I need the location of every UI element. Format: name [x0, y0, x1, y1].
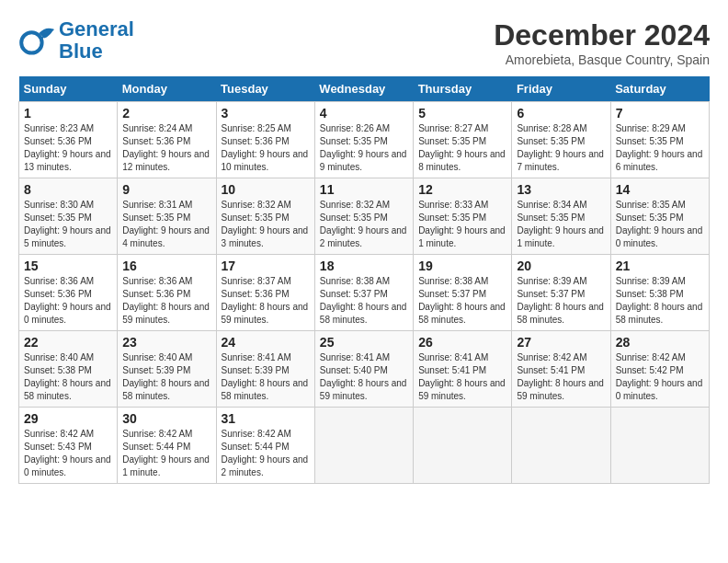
- calendar-cell: 25Sunrise: 8:41 AM Sunset: 5:40 PM Dayli…: [314, 331, 413, 408]
- day-number: 7: [616, 106, 704, 121]
- day-info: Sunrise: 8:40 AM Sunset: 5:39 PM Dayligh…: [122, 351, 210, 403]
- calendar-cell: 8Sunrise: 8:30 AM Sunset: 5:35 PM Daylig…: [19, 178, 118, 255]
- day-number: 16: [122, 259, 210, 273]
- day-number: 2: [122, 106, 210, 121]
- day-info: Sunrise: 8:41 AM Sunset: 5:40 PM Dayligh…: [320, 351, 408, 403]
- day-number: 17: [222, 259, 310, 273]
- calendar-cell: [414, 408, 512, 484]
- day-number: 23: [122, 335, 210, 350]
- calendar-cell: 15Sunrise: 8:36 AM Sunset: 5:36 PM Dayli…: [19, 255, 118, 331]
- page-header: General Blue December 2024 Amorebieta, B…: [18, 18, 710, 67]
- day-number: 10: [222, 182, 310, 197]
- calendar-cell: 7Sunrise: 8:29 AM Sunset: 5:35 PM Daylig…: [610, 102, 709, 178]
- calendar-cell: 11Sunrise: 8:32 AM Sunset: 5:35 PM Dayli…: [314, 178, 413, 255]
- day-number: 4: [320, 106, 408, 121]
- calendar-week-row: 15Sunrise: 8:36 AM Sunset: 5:36 PM Dayli…: [19, 255, 710, 331]
- calendar-cell: 20Sunrise: 8:39 AM Sunset: 5:37 PM Dayli…: [512, 255, 610, 331]
- day-number: 30: [122, 411, 210, 426]
- day-info: Sunrise: 8:40 AM Sunset: 5:38 PM Dayligh…: [24, 351, 112, 403]
- calendar-cell: [314, 408, 413, 484]
- day-header-wednesday: Wednesday: [314, 76, 413, 102]
- calendar-cell: 12Sunrise: 8:33 AM Sunset: 5:35 PM Dayli…: [414, 178, 512, 255]
- calendar-cell: 6Sunrise: 8:28 AM Sunset: 5:35 PM Daylig…: [512, 102, 610, 178]
- day-info: Sunrise: 8:41 AM Sunset: 5:39 PM Dayligh…: [222, 351, 310, 403]
- calendar-cell: 28Sunrise: 8:42 AM Sunset: 5:42 PM Dayli…: [610, 331, 709, 408]
- calendar-cell: 4Sunrise: 8:26 AM Sunset: 5:35 PM Daylig…: [314, 102, 413, 178]
- calendar-cell: 9Sunrise: 8:31 AM Sunset: 5:35 PM Daylig…: [118, 178, 216, 255]
- calendar-week-row: 1Sunrise: 8:23 AM Sunset: 5:36 PM Daylig…: [19, 102, 710, 178]
- calendar-cell: 10Sunrise: 8:32 AM Sunset: 5:35 PM Dayli…: [216, 178, 314, 255]
- logo: General Blue: [18, 18, 134, 63]
- calendar-cell: 29Sunrise: 8:42 AM Sunset: 5:43 PM Dayli…: [19, 408, 118, 484]
- day-number: 1: [24, 106, 112, 121]
- day-number: 26: [418, 335, 506, 350]
- day-number: 9: [122, 182, 210, 197]
- day-number: 13: [517, 182, 605, 197]
- day-number: 20: [517, 259, 605, 273]
- calendar-cell: [512, 408, 610, 484]
- day-info: Sunrise: 8:38 AM Sunset: 5:37 PM Dayligh…: [320, 275, 408, 327]
- svg-point-0: [21, 32, 41, 52]
- day-info: Sunrise: 8:39 AM Sunset: 5:38 PM Dayligh…: [616, 275, 704, 327]
- day-info: Sunrise: 8:38 AM Sunset: 5:37 PM Dayligh…: [418, 275, 506, 327]
- day-info: Sunrise: 8:36 AM Sunset: 5:36 PM Dayligh…: [24, 275, 112, 327]
- day-header-sunday: Sunday: [19, 76, 118, 102]
- day-number: 11: [320, 182, 408, 197]
- calendar-cell: 23Sunrise: 8:40 AM Sunset: 5:39 PM Dayli…: [118, 331, 216, 408]
- calendar-cell: 19Sunrise: 8:38 AM Sunset: 5:37 PM Dayli…: [414, 255, 512, 331]
- day-info: Sunrise: 8:32 AM Sunset: 5:35 PM Dayligh…: [222, 199, 310, 250]
- day-number: 15: [24, 259, 112, 273]
- calendar-cell: 22Sunrise: 8:40 AM Sunset: 5:38 PM Dayli…: [19, 331, 118, 408]
- day-info: Sunrise: 8:34 AM Sunset: 5:35 PM Dayligh…: [517, 199, 605, 250]
- calendar-cell: 18Sunrise: 8:38 AM Sunset: 5:37 PM Dayli…: [314, 255, 413, 331]
- calendar-cell: 26Sunrise: 8:41 AM Sunset: 5:41 PM Dayli…: [414, 331, 512, 408]
- day-number: 12: [418, 182, 506, 197]
- day-header-tuesday: Tuesday: [216, 76, 314, 102]
- day-info: Sunrise: 8:26 AM Sunset: 5:35 PM Dayligh…: [320, 122, 408, 174]
- calendar-cell: 1Sunrise: 8:23 AM Sunset: 5:36 PM Daylig…: [19, 102, 118, 178]
- calendar-cell: 3Sunrise: 8:25 AM Sunset: 5:36 PM Daylig…: [216, 102, 314, 178]
- day-info: Sunrise: 8:42 AM Sunset: 5:41 PM Dayligh…: [517, 351, 605, 403]
- day-info: Sunrise: 8:42 AM Sunset: 5:44 PM Dayligh…: [122, 428, 210, 479]
- day-info: Sunrise: 8:35 AM Sunset: 5:35 PM Dayligh…: [616, 199, 704, 250]
- day-number: 19: [418, 259, 506, 273]
- day-number: 27: [517, 335, 605, 350]
- calendar-cell: 31Sunrise: 8:42 AM Sunset: 5:44 PM Dayli…: [216, 408, 314, 484]
- day-info: Sunrise: 8:41 AM Sunset: 5:41 PM Dayligh…: [418, 351, 506, 403]
- day-number: 6: [517, 106, 605, 121]
- calendar-cell: 2Sunrise: 8:24 AM Sunset: 5:36 PM Daylig…: [118, 102, 216, 178]
- day-number: 28: [616, 335, 704, 350]
- calendar-cell: 21Sunrise: 8:39 AM Sunset: 5:38 PM Dayli…: [610, 255, 709, 331]
- day-info: Sunrise: 8:42 AM Sunset: 5:43 PM Dayligh…: [24, 428, 112, 479]
- day-info: Sunrise: 8:42 AM Sunset: 5:44 PM Dayligh…: [222, 428, 310, 479]
- day-number: 21: [616, 259, 704, 273]
- day-info: Sunrise: 8:37 AM Sunset: 5:36 PM Dayligh…: [222, 275, 310, 327]
- day-info: Sunrise: 8:30 AM Sunset: 5:35 PM Dayligh…: [24, 199, 112, 250]
- day-info: Sunrise: 8:27 AM Sunset: 5:35 PM Dayligh…: [418, 122, 506, 174]
- day-info: Sunrise: 8:39 AM Sunset: 5:37 PM Dayligh…: [517, 275, 605, 327]
- logo-general: General: [59, 17, 134, 40]
- day-info: Sunrise: 8:36 AM Sunset: 5:36 PM Dayligh…: [122, 275, 210, 327]
- day-header-saturday: Saturday: [610, 76, 709, 102]
- day-number: 22: [24, 335, 112, 350]
- day-info: Sunrise: 8:25 AM Sunset: 5:36 PM Dayligh…: [222, 122, 310, 174]
- day-number: 3: [222, 106, 310, 121]
- day-number: 29: [24, 411, 112, 426]
- calendar-cell: 24Sunrise: 8:41 AM Sunset: 5:39 PM Dayli…: [216, 331, 314, 408]
- calendar-cell: 13Sunrise: 8:34 AM Sunset: 5:35 PM Dayli…: [512, 178, 610, 255]
- title-block: December 2024 Amorebieta, Basque Country…: [494, 18, 710, 67]
- day-number: 25: [320, 335, 408, 350]
- location: Amorebieta, Basque Country, Spain: [494, 52, 710, 67]
- calendar-cell: 5Sunrise: 8:27 AM Sunset: 5:35 PM Daylig…: [414, 102, 512, 178]
- day-number: 5: [418, 106, 506, 121]
- calendar-cell: 14Sunrise: 8:35 AM Sunset: 5:35 PM Dayli…: [610, 178, 709, 255]
- day-header-thursday: Thursday: [414, 76, 512, 102]
- day-number: 24: [222, 335, 310, 350]
- day-number: 18: [320, 259, 408, 273]
- day-info: Sunrise: 8:33 AM Sunset: 5:35 PM Dayligh…: [418, 199, 506, 250]
- calendar-cell: 16Sunrise: 8:36 AM Sunset: 5:36 PM Dayli…: [118, 255, 216, 331]
- calendar-cell: 30Sunrise: 8:42 AM Sunset: 5:44 PM Dayli…: [118, 408, 216, 484]
- day-info: Sunrise: 8:24 AM Sunset: 5:36 PM Dayligh…: [122, 122, 210, 174]
- day-header-monday: Monday: [118, 76, 216, 102]
- calendar-cell: 27Sunrise: 8:42 AM Sunset: 5:41 PM Dayli…: [512, 331, 610, 408]
